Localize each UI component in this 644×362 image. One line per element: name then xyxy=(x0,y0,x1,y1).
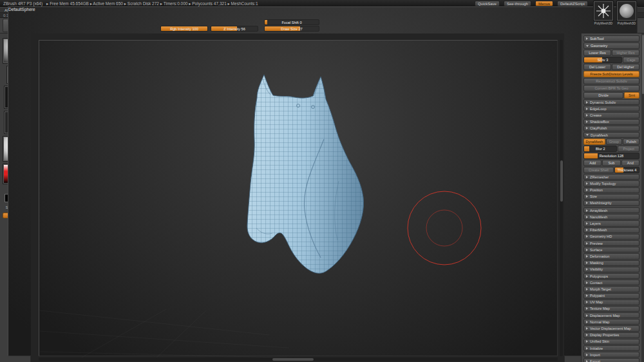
focal-shift-slider[interactable]: Focal Shift 0 xyxy=(264,19,319,25)
convert-bpr-button[interactable]: Convert BPR To Geo xyxy=(583,85,639,91)
and-toggle[interactable]: And xyxy=(621,160,639,166)
subpalette-position[interactable]: Position xyxy=(583,187,639,193)
scrollbar-vertical-handle[interactable] xyxy=(560,160,563,202)
palette-export[interactable]: Export xyxy=(583,358,639,362)
reconstruct-subdiv-button[interactable]: Reconstruct Subdiv xyxy=(583,78,639,84)
floor-grid xyxy=(40,309,308,361)
palette-unified-skin[interactable]: Unified Skin xyxy=(583,339,639,345)
palette-import[interactable]: Import xyxy=(583,352,639,357)
palette-initialize[interactable]: Initialize xyxy=(583,345,639,351)
palette-visibility[interactable]: Visibility xyxy=(583,267,639,272)
model-mesh[interactable] xyxy=(247,75,364,273)
palette-contact[interactable]: Contact xyxy=(583,280,639,285)
memory-stats: ▸ Free Mem 45.654GB ▸ Active Mem 650 ▸ S… xyxy=(46,1,258,6)
app-title: ZBrush 4R7 P3 (x64) xyxy=(3,1,43,6)
project-toggle[interactable]: Project xyxy=(618,146,639,152)
divide-button[interactable]: Divide xyxy=(583,92,623,99)
subpalette-claypolish[interactable]: ClayPolish xyxy=(583,126,639,131)
closed-sections: ArrayMeshNanoMeshLayersFiberMeshGeometry… xyxy=(583,207,639,362)
z-intensity-slider[interactable]: Z Intensity 56 xyxy=(211,26,258,32)
smt-toggle[interactable]: Smt xyxy=(624,92,639,99)
menus-toggle[interactable]: Menus xyxy=(535,1,553,6)
tool-pick-polymesh-star: PolyMesh3D xyxy=(594,1,613,25)
current-tool-label: PolyMesh3D xyxy=(617,21,636,25)
current-tool-thumbnail[interactable] xyxy=(617,1,636,21)
see-through-slider[interactable]: See-through xyxy=(504,1,531,6)
add-toggle[interactable]: Add xyxy=(583,160,601,166)
canvas-viewport[interactable] xyxy=(31,33,564,362)
palette-polypaint[interactable]: Polypaint xyxy=(583,293,639,299)
del-lower-button[interactable]: Del Lower xyxy=(583,64,611,70)
default-zscript-button[interactable]: DefaultZScript xyxy=(557,1,588,6)
palette-normal-map[interactable]: Normal Map xyxy=(583,319,639,325)
subpalette-crease[interactable]: Crease xyxy=(583,112,639,118)
subpalette-edgeloop[interactable]: EdgeLoop xyxy=(583,106,639,111)
resolution-slider[interactable]: Resolution 128 xyxy=(583,153,639,159)
thickness-slider[interactable]: Thickness 4 xyxy=(614,167,639,173)
canvas-scene[interactable] xyxy=(31,33,564,362)
polish-toggle[interactable]: Polish xyxy=(623,138,639,145)
palette-preview[interactable]: Preview xyxy=(583,240,639,246)
group-toggle[interactable]: Group xyxy=(606,138,623,145)
tool-quick-picks: PolyMesh3D PolyMesh3D xyxy=(594,1,636,25)
palette-polygroups[interactable]: Polygroups xyxy=(583,273,639,279)
freeze-subdivision-button[interactable]: Freeze SubDivision Levels xyxy=(583,71,639,77)
chevron-down-icon xyxy=(586,45,589,47)
palette-nanomesh[interactable]: NanoMesh xyxy=(583,214,639,220)
tool-pick-current: PolyMesh3D xyxy=(617,1,636,25)
dynamesh-button[interactable]: DynaMesh xyxy=(583,138,605,145)
panel-scrollbar[interactable] xyxy=(641,33,644,362)
scrollbar-vertical[interactable] xyxy=(560,40,563,356)
palette-arraymesh[interactable]: ArrayMesh xyxy=(583,207,639,213)
palette-display-properties[interactable]: Display Properties xyxy=(583,332,639,338)
palette-deformation[interactable]: Deformation xyxy=(583,253,639,259)
geometry-controls: Lower Res Higher Res SDiv 3 Cage Del Low… xyxy=(583,50,639,206)
sphere-preview-icon xyxy=(620,4,634,18)
rgb-intensity-slider[interactable]: Rgb Intensity 100 xyxy=(160,26,208,32)
brush-cursor xyxy=(408,191,481,265)
subpalette-dynamic-subdiv[interactable]: Dynamic Subdiv xyxy=(583,99,639,105)
palette-morph-target[interactable]: Morph Target xyxy=(583,286,639,292)
quicksave-button[interactable]: QuickSave xyxy=(475,1,500,6)
subtool-palette[interactable]: SubTool xyxy=(583,35,639,42)
palette-vector-displacement-map[interactable]: Vector Displacement Map xyxy=(583,325,639,331)
lower-res-button[interactable]: Lower Res xyxy=(583,50,611,56)
subpalette-shadowbox[interactable]: ShadowBox xyxy=(583,119,639,125)
tool-panel: SubTool Geometry Lower Res Higher Res SD… xyxy=(581,33,644,362)
palette-fibermesh[interactable]: FiberMesh xyxy=(583,227,639,233)
geometry-palette[interactable]: Geometry xyxy=(583,43,639,49)
subpalette-zremesher[interactable]: ZRemesher xyxy=(583,174,639,180)
sdiv-slider[interactable]: SDiv 3 xyxy=(583,57,622,63)
scrollbar-horizontal-handle[interactable] xyxy=(272,358,314,361)
chevron-right-icon xyxy=(586,37,588,40)
sub-toggle[interactable]: Sub xyxy=(602,160,620,166)
panel-scrollbar-handle[interactable] xyxy=(642,35,644,94)
draw-size-slider[interactable]: Draw Size 27 xyxy=(264,26,319,32)
palette-masking[interactable]: Masking xyxy=(583,260,639,266)
palette-layers[interactable]: Layers xyxy=(583,220,639,226)
tool-pick-label: PolyMesh3D xyxy=(594,21,613,25)
title-bar: ZBrush 4R7 P3 (x64) DefaultSphere ▸ Free… xyxy=(0,0,644,7)
subpalette-dynamesh[interactable]: DynaMesh xyxy=(583,132,639,138)
palette-displacement-map[interactable]: Displacement Map xyxy=(583,312,639,318)
subpalette-meshintegrity[interactable]: MeshIntegrity xyxy=(583,200,639,206)
palette-geometry-hd[interactable]: Geometry HD xyxy=(583,234,639,240)
del-higher-button[interactable]: Del Higher xyxy=(612,64,639,70)
higher-res-button[interactable]: Higher Res xyxy=(612,50,639,56)
cage-button[interactable]: Cage xyxy=(623,57,639,63)
palette-uv-map[interactable]: UV Map xyxy=(583,300,639,305)
create-shell-button[interactable]: Create Shell xyxy=(583,167,614,173)
zbrush-app: ZBrush 4R7 P3 (x64) DefaultSphere ▸ Free… xyxy=(0,0,644,362)
polymesh3d-star-icon[interactable] xyxy=(594,1,613,21)
palette-texture-map[interactable]: Texture Map xyxy=(583,306,639,312)
subpalette-size[interactable]: Size xyxy=(583,194,639,200)
scrollbar-horizontal[interactable] xyxy=(39,357,558,361)
blur-slider[interactable]: Blur 2 xyxy=(583,146,617,152)
palette-surface[interactable]: Surface xyxy=(583,247,639,252)
subpalette-modify-topology[interactable]: Modify Topology xyxy=(583,180,639,186)
